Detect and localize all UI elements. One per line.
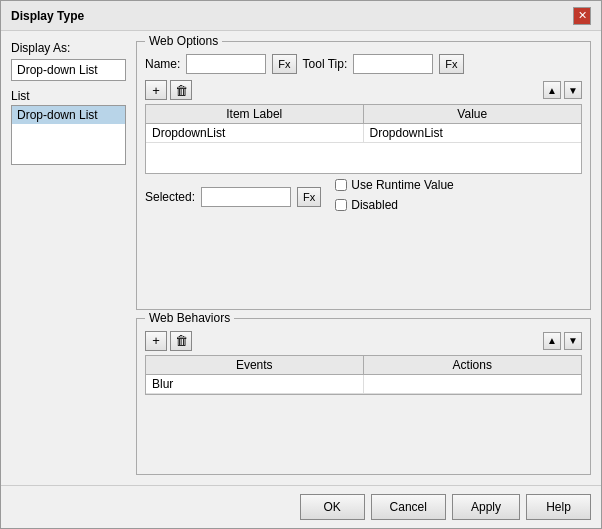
behavior-move-down-button[interactable]: ▼ [564,332,582,350]
selected-input[interactable] [201,187,291,207]
disabled-checkbox[interactable] [335,199,347,211]
behaviors-toolbar-right: ▲ ▼ [543,332,582,350]
use-runtime-label: Use Runtime Value [351,178,454,192]
name-label: Name: [145,57,180,71]
events-header: Events [146,356,364,374]
web-behaviors-title: Web Behaviors [145,311,234,325]
table-row[interactable]: DropdownList DropdownList [146,124,581,143]
selected-label: Selected: [145,190,195,204]
behaviors-table: Events Actions Blur [145,355,582,395]
disabled-label: Disabled [351,198,398,212]
web-options-title: Web Options [145,34,222,48]
help-button[interactable]: Help [526,494,591,520]
close-button[interactable]: ✕ [573,7,591,25]
tooltip-label: Tool Tip: [303,57,348,71]
use-runtime-checkbox[interactable] [335,179,347,191]
fx-selected-button[interactable]: Fx [297,187,321,207]
apply-button[interactable]: Apply [452,494,520,520]
name-row: Name: Fx Tool Tip: Fx [145,54,582,74]
table-empty-space [146,143,581,173]
dialog-body: Display As: Drop-down List List Drop-dow… [1,31,601,485]
move-down-button[interactable]: ▼ [564,81,582,99]
selected-row: Selected: Fx Use Runtime Value Disabled [145,178,582,215]
items-table: Item Label Value DropdownList DropdownLi… [145,104,582,174]
behavior-row[interactable]: Blur [146,375,581,394]
event-cell: Blur [146,375,364,393]
behavior-move-up-button[interactable]: ▲ [543,332,561,350]
delete-item-button[interactable]: 🗑 [170,80,192,100]
actions-header: Actions [364,356,582,374]
items-toolbar-right: ▲ ▼ [543,81,582,99]
list-label: List [11,89,126,103]
list-box: Drop-down List [11,105,126,165]
disabled-row: Disabled [335,198,454,212]
list-item[interactable]: Drop-down List [12,106,125,124]
dialog: Display Type ✕ Display As: Drop-down Lis… [0,0,602,529]
web-options-group: Web Options Name: Fx Tool Tip: Fx + [136,41,591,310]
fx-name-button[interactable]: Fx [272,54,296,74]
web-behaviors-content: + 🗑 ▲ ▼ Events Actions [145,327,582,395]
dialog-footer: OK Cancel Apply Help [1,485,601,528]
display-as-value: Drop-down List [11,59,126,81]
behaviors-toolbar-left: + 🗑 [145,331,192,351]
action-cell [364,375,582,393]
add-item-button[interactable]: + [145,80,167,100]
value-header: Value [364,105,582,123]
move-up-button[interactable]: ▲ [543,81,561,99]
ok-button[interactable]: OK [300,494,365,520]
items-toolbar-left: + 🗑 [145,80,192,100]
right-panel: Web Options Name: Fx Tool Tip: Fx + [136,41,591,475]
add-behavior-button[interactable]: + [145,331,167,351]
display-as-label: Display As: [11,41,126,55]
value-cell: DropdownList [364,124,582,142]
cancel-button[interactable]: Cancel [371,494,446,520]
behaviors-toolbar: + 🗑 ▲ ▼ [145,331,582,351]
left-panel: Display As: Drop-down List List Drop-dow… [11,41,126,475]
behaviors-table-header: Events Actions [146,356,581,375]
dialog-title: Display Type [11,9,84,23]
web-behaviors-group: Web Behaviors + 🗑 ▲ ▼ [136,318,591,475]
web-options-content: Name: Fx Tool Tip: Fx + 🗑 [145,50,582,215]
items-toolbar: + 🗑 ▲ ▼ [145,80,582,100]
item-label-header: Item Label [146,105,364,123]
use-runtime-row: Use Runtime Value [335,178,454,192]
items-table-header: Item Label Value [146,105,581,124]
delete-behavior-button[interactable]: 🗑 [170,331,192,351]
fx-tooltip-button[interactable]: Fx [439,54,463,74]
name-input[interactable] [186,54,266,74]
tooltip-input[interactable] [353,54,433,74]
item-label-cell: DropdownList [146,124,364,142]
title-bar: Display Type ✕ [1,1,601,31]
